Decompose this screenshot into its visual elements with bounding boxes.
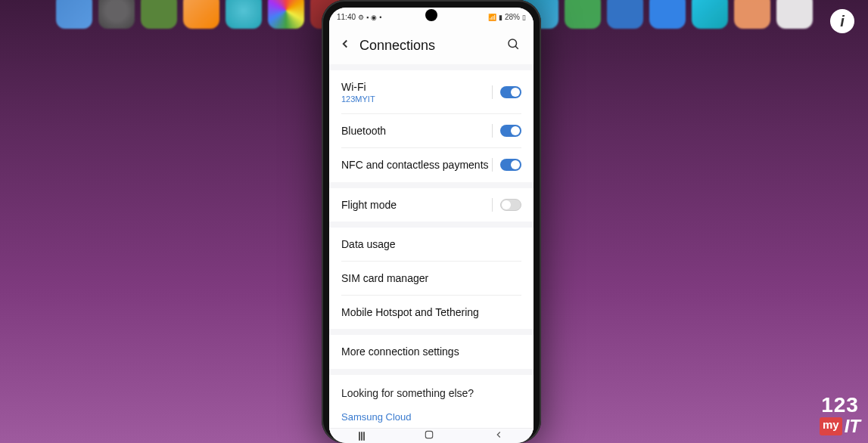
flight-label: Flight mode <box>341 198 492 212</box>
dock-app-icon <box>649 0 686 29</box>
watermark-my: my <box>820 417 842 435</box>
more-connections-label: More connection settings <box>341 345 521 358</box>
battery-percent: 28% <box>505 13 520 21</box>
dock-app-icon <box>98 0 135 29</box>
settings-icon: ⚙ <box>358 14 364 21</box>
nfc-toggle[interactable] <box>500 159 521 171</box>
status-time: 11:40 <box>337 13 356 21</box>
status-right: 📶 ▮ 28% ▯ <box>488 13 526 21</box>
search-button[interactable] <box>506 37 524 54</box>
phone-frame: 11:40 ⚙ ▪ ◉ • 📶 ▮ 28% ▯ Connections <box>322 0 541 443</box>
dock-app-icon <box>268 0 304 29</box>
signal-icon: ▮ <box>499 14 502 21</box>
section-more: More connection settings <box>329 335 534 368</box>
data-usage-row[interactable]: Data usage <box>329 228 534 261</box>
section-flight: Flight mode <box>329 188 534 222</box>
nfc-row[interactable]: NFC and contactless payments <box>329 148 534 181</box>
more-connections-row[interactable]: More connection settings <box>329 335 534 368</box>
section-connections: Wi-Fi 123MYIT Bluetooth <box>329 70 534 182</box>
bluetooth-label: Bluetooth <box>341 124 492 138</box>
toggle-divider <box>492 124 493 138</box>
hotspot-label: Mobile Hotspot and Tethering <box>341 305 521 319</box>
nfc-label: NFC and contactless payments <box>341 158 492 172</box>
dock-app-icon <box>692 0 728 29</box>
bluetooth-toggle[interactable] <box>500 125 521 137</box>
dock-app-icon <box>565 0 601 29</box>
svg-line-1 <box>515 46 518 49</box>
header: Connections <box>329 26 534 64</box>
looking-for-title: Looking for something else? <box>341 387 521 399</box>
page-title: Connections <box>359 38 506 54</box>
section-looking-for: Looking for something else? Samsung Clou… <box>329 375 534 430</box>
camera-hole <box>425 9 437 21</box>
wifi-row[interactable]: Wi-Fi 123MYIT <box>329 70 534 113</box>
toggle-divider <box>492 198 493 212</box>
flight-row[interactable]: Flight mode <box>329 188 534 222</box>
toggle-divider <box>492 158 493 172</box>
info-button[interactable]: i <box>830 9 854 33</box>
sim-label: SIM card manager <box>341 271 521 285</box>
status-dot-icon: • <box>379 14 381 21</box>
recents-button[interactable] <box>359 432 365 441</box>
toggle-divider <box>492 85 493 99</box>
dock-app-icon <box>226 0 262 29</box>
wifi-network-name: 123MYIT <box>341 94 492 104</box>
flight-toggle[interactable] <box>500 199 521 211</box>
back-button[interactable] <box>338 37 356 54</box>
status-left: 11:40 ⚙ ▪ ◉ • <box>337 13 381 21</box>
home-button[interactable] <box>424 429 434 442</box>
navigation-bar <box>329 428 534 443</box>
dock-app-icon <box>56 0 92 29</box>
bluetooth-row[interactable]: Bluetooth <box>329 114 534 147</box>
svg-rect-2 <box>425 431 432 438</box>
samsung-cloud-link[interactable]: Samsung Cloud <box>341 410 521 424</box>
phone-screen: 11:40 ⚙ ▪ ◉ • 📶 ▮ 28% ▯ Connections <box>329 8 534 443</box>
status-icon: ▪ <box>366 14 369 21</box>
wifi-toggle[interactable] <box>500 86 521 98</box>
hotspot-row[interactable]: Mobile Hotspot and Tethering <box>329 296 534 329</box>
back-nav-button[interactable] <box>493 429 504 442</box>
battery-icon: ▯ <box>522 14 526 21</box>
status-icon: ◉ <box>371 14 377 21</box>
dock-app-icon <box>141 0 177 29</box>
wifi-label: Wi-Fi <box>341 80 492 94</box>
wifi-icon: 📶 <box>488 14 496 21</box>
dock-app-icon <box>734 0 770 29</box>
info-icon: i <box>840 13 845 30</box>
sim-row[interactable]: SIM card manager <box>329 262 534 295</box>
dock-app-icon <box>183 0 219 29</box>
watermark-logo: 123 my IT <box>820 395 860 435</box>
svg-point-0 <box>509 39 517 48</box>
watermark-it: IT <box>845 417 860 435</box>
section-data: Data usage SIM card manager Mobile Hotsp… <box>329 228 534 330</box>
watermark-123: 123 <box>820 395 860 416</box>
data-usage-label: Data usage <box>341 237 521 251</box>
dock-app-icon <box>607 0 643 29</box>
dock-app-icon <box>776 0 813 29</box>
